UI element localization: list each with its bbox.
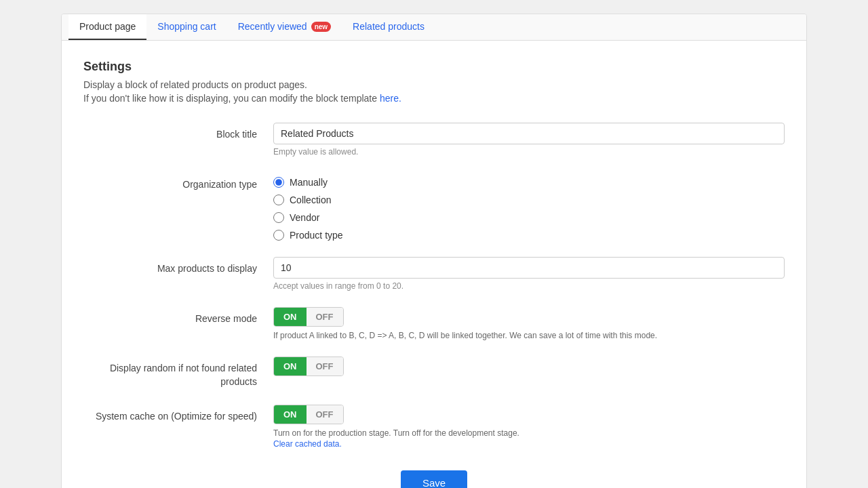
recently-viewed-badge: new — [311, 22, 331, 32]
radio-manually-input[interactable] — [273, 177, 284, 188]
system-cache-desc: Turn on for the production stage. Turn o… — [273, 428, 785, 438]
organization-type-control: Manually Collection Vendor Product — [273, 173, 785, 241]
max-products-input[interactable] — [273, 257, 785, 279]
block-title-row: Block title Empty value is allowed. — [83, 123, 785, 157]
max-products-hint: Accept values in range from 0 to 20. — [273, 281, 785, 291]
radio-group-org-type: Manually Collection Vendor Product — [273, 173, 785, 241]
tab-product-page-label: Product page — [79, 21, 136, 32]
tab-recently-viewed[interactable]: Recently viewed new — [227, 14, 342, 40]
radio-vendor-label: Vendor — [290, 212, 319, 223]
save-button[interactable]: Save — [401, 470, 467, 488]
system-cache-off[interactable]: OFF — [307, 405, 343, 424]
radio-product-type-input[interactable] — [273, 230, 284, 241]
block-title-hint: Empty value is allowed. — [273, 147, 785, 157]
organization-type-row: Organization type Manually Collection — [83, 173, 785, 241]
reverse-mode-toggle[interactable]: ON OFF — [273, 307, 344, 327]
system-cache-control: ON OFF Turn on for the production stage.… — [273, 405, 785, 449]
radio-manually[interactable]: Manually — [273, 177, 785, 188]
max-products-control: Accept values in range from 0 to 20. — [273, 257, 785, 291]
reverse-mode-off[interactable]: OFF — [307, 308, 343, 326]
template-hint-text: If you don't like how it is displaying, … — [83, 93, 377, 104]
form-section: Block title Empty value is allowed. Orga… — [83, 123, 785, 449]
radio-collection-label: Collection — [290, 195, 331, 205]
display-random-on[interactable]: ON — [274, 357, 307, 375]
max-products-row: Max products to display Accept values in… — [83, 257, 785, 291]
system-cache-toggle[interactable]: ON OFF — [273, 405, 344, 424]
radio-product-type-label: Product type — [290, 230, 343, 241]
radio-collection-input[interactable] — [273, 195, 284, 205]
reverse-mode-control: ON OFF If product A linked to B, C, D =>… — [273, 307, 785, 340]
display-random-control: ON OFF — [273, 357, 785, 376]
display-random-row: Display random if not found related prod… — [83, 357, 785, 388]
main-card: Product page Shopping cart Recently view… — [61, 14, 807, 488]
radio-vendor[interactable]: Vendor — [273, 212, 785, 223]
tab-shopping-cart[interactable]: Shopping cart — [146, 14, 226, 40]
clear-cache-link[interactable]: Clear cached data. — [273, 439, 342, 449]
reverse-mode-desc: If product A linked to B, C, D => A, B, … — [273, 331, 785, 340]
organization-type-label: Organization type — [83, 173, 273, 192]
tab-related-products-label: Related products — [353, 21, 425, 32]
radio-product-type[interactable]: Product type — [273, 230, 785, 241]
template-link[interactable]: here. — [380, 93, 401, 104]
tab-recently-viewed-label: Recently viewed — [238, 21, 307, 32]
system-cache-toggle-wrap: ON OFF — [273, 405, 785, 424]
radio-vendor-input[interactable] — [273, 212, 284, 223]
tab-shopping-cart-label: Shopping cart — [157, 21, 216, 32]
tab-product-page[interactable]: Product page — [68, 14, 146, 40]
settings-title: Settings — [83, 60, 785, 74]
display-random-toggle-wrap: ON OFF — [273, 357, 785, 376]
display-random-off[interactable]: OFF — [307, 357, 343, 375]
max-products-label: Max products to display — [83, 257, 273, 276]
display-random-label: Display random if not found related prod… — [83, 357, 273, 388]
save-row: Save — [83, 470, 785, 488]
reverse-mode-on[interactable]: ON — [274, 308, 307, 326]
reverse-mode-row: Reverse mode ON OFF If product A linked … — [83, 307, 785, 340]
settings-description: Display a block of related products on p… — [83, 79, 785, 90]
system-cache-label: System cache on (Optimize for speed) — [83, 405, 273, 424]
reverse-mode-toggle-wrap: ON OFF — [273, 307, 785, 327]
radio-collection[interactable]: Collection — [273, 195, 785, 205]
display-random-toggle[interactable]: ON OFF — [273, 357, 344, 376]
settings-template-hint: If you don't like how it is displaying, … — [83, 93, 785, 104]
block-title-control: Empty value is allowed. — [273, 123, 785, 157]
tab-related-products[interactable]: Related products — [342, 14, 435, 40]
system-cache-row: System cache on (Optimize for speed) ON … — [83, 405, 785, 449]
radio-manually-label: Manually — [290, 177, 328, 188]
block-title-input[interactable] — [273, 123, 785, 144]
tab-bar: Product page Shopping cart Recently view… — [62, 14, 806, 41]
block-title-label: Block title — [83, 123, 273, 142]
reverse-mode-label: Reverse mode — [83, 307, 273, 326]
system-cache-on[interactable]: ON — [274, 405, 307, 424]
settings-content: Settings Display a block of related prod… — [62, 41, 806, 488]
